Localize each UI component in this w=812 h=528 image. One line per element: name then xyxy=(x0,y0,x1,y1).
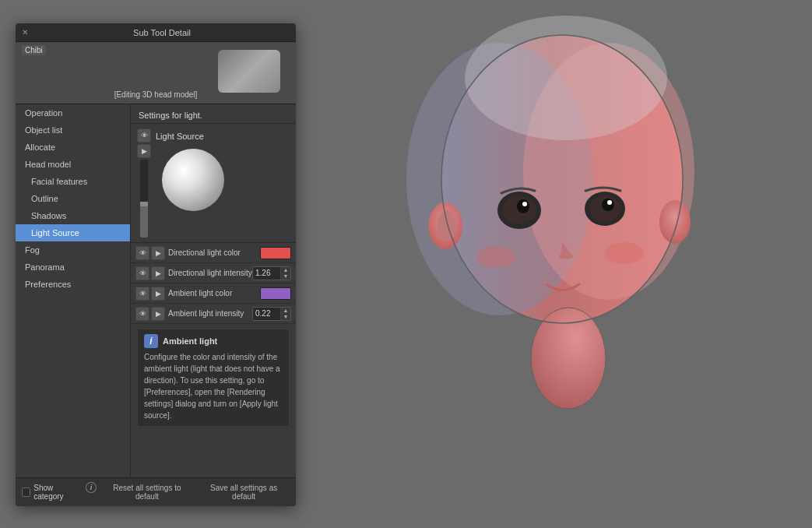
spinner-up-directional-intensity[interactable]: ▲ xyxy=(281,267,290,273)
nav-item-operation[interactable]: Operation xyxy=(16,104,130,121)
setting-row-ambient-intensity: 👁▶Ambient light intensity▲▼ xyxy=(131,304,296,324)
eye-btn-directional-intensity[interactable]: 👁 xyxy=(135,266,149,280)
3d-preview-thumb xyxy=(218,50,280,93)
spinners-ambient-intensity: ▲▼ xyxy=(280,308,290,320)
sub-tool-detail-panel: ✕ Sub Tool Detail Chibi [Editing 3D head… xyxy=(16,23,296,506)
panel-title: Sub Tool Detail xyxy=(34,28,290,37)
row-icons-ambient-color: 👁▶ xyxy=(135,287,165,301)
expand-btn-ambient-intensity[interactable]: ▶ xyxy=(151,307,165,321)
nav-item-outline[interactable]: Outline xyxy=(16,190,130,207)
main-content: OperationObject listAllocateHead modelFa… xyxy=(16,104,296,477)
row-icons-directional-color: 👁▶ xyxy=(135,246,165,260)
nav-item-head-model[interactable]: Head model xyxy=(16,156,130,173)
light-source-section: 👁 ▶ Light Source xyxy=(131,124,296,243)
setting-label-ambient-color: Ambient light color xyxy=(168,289,260,297)
spinners-directional-intensity: ▲▼ xyxy=(280,267,290,280)
info-title: Ambient light xyxy=(163,336,217,346)
close-button[interactable]: ✕ xyxy=(22,28,28,37)
number-input-wrapper-directional-intensity: ▲▼ xyxy=(252,266,291,280)
right-cheek xyxy=(605,242,644,264)
light-source-controls: 👁 ▶ xyxy=(137,128,151,238)
eye-toggle-icon[interactable]: 👁 xyxy=(137,128,151,143)
left-cheek xyxy=(476,246,515,268)
color-swatch-directional-color[interactable] xyxy=(260,247,291,259)
show-category-checkbox[interactable] xyxy=(22,488,30,497)
eye-btn-ambient-color[interactable]: 👁 xyxy=(135,287,149,301)
sphere-area: Light Source xyxy=(156,128,230,238)
setting-row-ambient-color: 👁▶Ambient light color xyxy=(131,283,296,304)
nav-item-fog[interactable]: Fog xyxy=(16,241,130,259)
right-eye-highlight xyxy=(607,200,612,205)
left-nav: OperationObject listAllocateHead modelFa… xyxy=(16,104,131,477)
preview-label: Chibi xyxy=(22,45,46,55)
settings-rows: 👁▶Directional light color👁▶Directional l… xyxy=(131,243,296,324)
expand-icon[interactable]: ▶ xyxy=(137,144,151,158)
vertical-slider[interactable] xyxy=(140,160,148,238)
nav-item-allocate[interactable]: Allocate xyxy=(16,139,130,156)
right-panel: Settings for light. 👁 ▶ Light Source xyxy=(131,104,296,477)
right-ear xyxy=(659,200,691,244)
expand-btn-directional-intensity[interactable]: ▶ xyxy=(151,266,165,280)
setting-row-directional-color: 👁▶Directional light color xyxy=(131,243,296,263)
vertical-slider-wrapper xyxy=(140,160,148,238)
bottom-bar: Show category i Reset all settings to de… xyxy=(16,477,296,506)
color-swatch-ambient-color[interactable] xyxy=(260,287,291,300)
spinner-up-ambient-intensity[interactable]: ▲ xyxy=(281,308,290,314)
eye-btn-ambient-intensity[interactable]: 👁 xyxy=(135,307,149,321)
row-icons-ambient-intensity: 👁▶ xyxy=(135,307,165,321)
reset-button[interactable]: Reset all settings to default xyxy=(101,482,194,502)
spinner-down-directional-intensity[interactable]: ▼ xyxy=(281,273,290,280)
title-bar: ✕ Sub Tool Detail xyxy=(16,23,296,42)
info-text: Configure the color and intensity of the… xyxy=(144,351,283,421)
right-pupil xyxy=(602,199,614,211)
nav-item-shadows[interactable]: Shadows xyxy=(16,207,130,224)
number-input-ambient-intensity[interactable] xyxy=(253,308,280,319)
eye-btn-directional-color[interactable]: 👁 xyxy=(135,246,149,260)
slider-fill xyxy=(140,206,148,238)
show-category: Show category xyxy=(22,484,81,501)
info-icon: i xyxy=(144,334,158,348)
number-input-wrapper-ambient-intensity: ▲▼ xyxy=(252,307,291,321)
head-render-area xyxy=(311,0,812,452)
nav-item-facial-features[interactable]: Facial features xyxy=(16,173,130,190)
left-eye-highlight xyxy=(522,202,527,206)
nav-item-preferences[interactable]: Preferences xyxy=(16,276,130,293)
info-circle-icon[interactable]: i xyxy=(86,482,96,493)
nav-item-light-source[interactable]: Light Source xyxy=(16,224,130,241)
save-default-button[interactable]: Save all settings as default xyxy=(198,482,290,502)
setting-row-directional-intensity: 👁▶Directional light intensity▲▼ xyxy=(131,263,296,283)
settings-header: Settings for light. xyxy=(131,104,296,124)
left-ear-inner xyxy=(438,210,456,241)
spinner-down-ambient-intensity[interactable]: ▼ xyxy=(281,314,290,320)
setting-label-directional-color: Directional light color xyxy=(168,248,260,257)
number-input-directional-intensity[interactable] xyxy=(253,268,280,278)
sphere-preview xyxy=(162,149,224,211)
forehead-highlight xyxy=(465,16,667,140)
setting-label-directional-intensity: Directional light intensity xyxy=(168,269,252,277)
head-svg xyxy=(375,0,749,452)
info-box: i Ambient light Configure the color and … xyxy=(137,329,290,427)
setting-label-ambient-intensity: Ambient light intensity xyxy=(168,309,252,318)
info-box-header: i Ambient light xyxy=(144,334,283,348)
expand-btn-ambient-color[interactable]: ▶ xyxy=(151,287,165,301)
row-icons-directional-intensity: 👁▶ xyxy=(135,266,165,280)
left-pupil xyxy=(517,199,529,213)
expand-btn-directional-color[interactable]: ▶ xyxy=(151,246,165,260)
light-source-label: Light Source xyxy=(156,128,204,143)
nav-item-object-list[interactable]: Object list xyxy=(16,121,130,139)
preview-caption: [Editing 3D head model] xyxy=(114,90,198,99)
bottom-buttons: i Reset all settings to default Save all… xyxy=(86,482,290,502)
nav-item-panorama[interactable]: Panorama xyxy=(16,259,130,276)
preview-area: Chibi [Editing 3D head model] xyxy=(16,42,296,104)
show-category-label: Show category xyxy=(33,484,81,501)
